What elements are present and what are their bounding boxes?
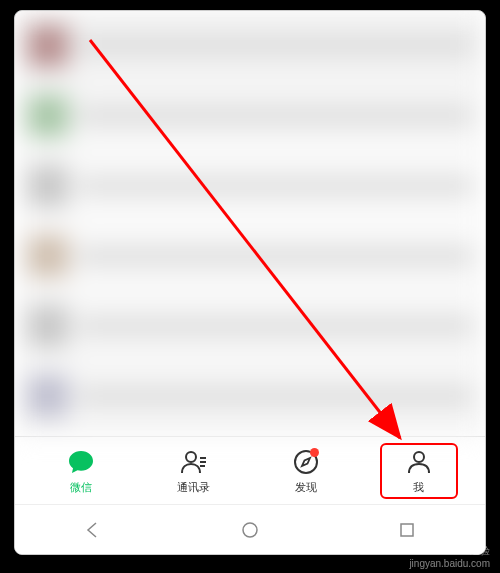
tab-discover[interactable]: 发现: [271, 447, 341, 495]
tab-contacts[interactable]: 通讯录: [159, 447, 229, 495]
tab-me[interactable]: 我: [384, 447, 454, 495]
chat-list-blurred: [15, 11, 485, 436]
svg-point-6: [243, 523, 257, 537]
nav-home-button[interactable]: [238, 518, 262, 542]
notification-badge: [310, 448, 319, 457]
watermark: Baidu 经验 jingyan.baidu.com: [409, 544, 490, 570]
watermark-url: jingyan.baidu.com: [409, 557, 490, 570]
watermark-brand: Baidu 经验: [409, 544, 490, 557]
svg-point-0: [186, 452, 196, 462]
svg-rect-7: [401, 524, 413, 536]
me-icon: [404, 447, 434, 477]
svg-point-5: [414, 452, 424, 462]
tab-label: 通讯录: [177, 480, 210, 495]
phone-frame: 微信 通讯录 发现: [14, 10, 486, 555]
nav-back-button[interactable]: [81, 518, 105, 542]
tab-label: 微信: [70, 480, 92, 495]
bottom-tab-bar: 微信 通讯录 发现: [15, 436, 485, 504]
contacts-icon: [179, 447, 209, 477]
tab-chats[interactable]: 微信: [46, 447, 116, 495]
chat-bubble-icon: [66, 447, 96, 477]
tab-label: 发现: [295, 480, 317, 495]
tab-label: 我: [413, 480, 424, 495]
nav-recent-button[interactable]: [395, 518, 419, 542]
discover-icon: [291, 447, 321, 477]
